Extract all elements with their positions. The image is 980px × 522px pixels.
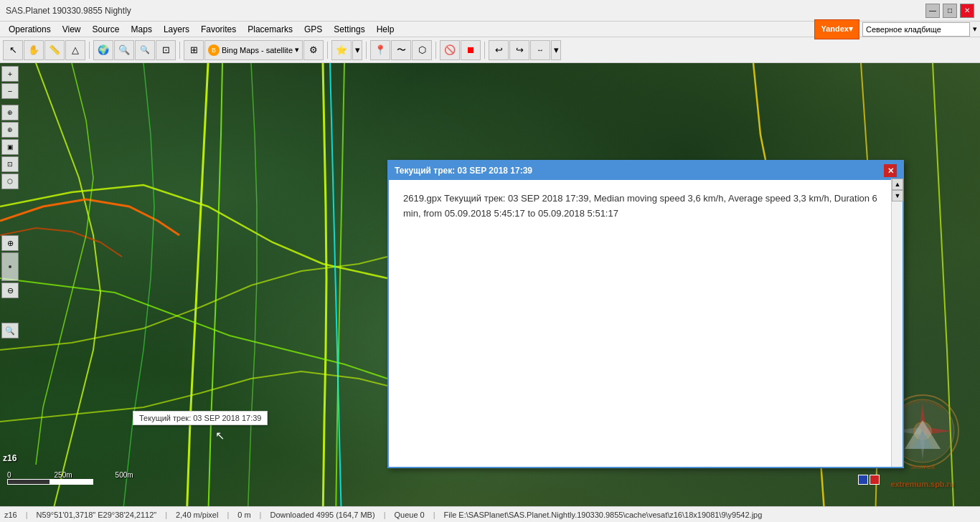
lt-zoom-in2[interactable]: ⊕ [1,235,19,251]
menu-settings[interactable]: Settings [328,23,370,36]
track-btn1[interactable]: ↩ [489,40,509,60]
sep3 [327,42,328,59]
swatch-blue [858,475,868,485]
status-file: File E:\SASPlanet\SAS.Planet.Nightly.190… [444,511,763,519]
track-popup-close-button[interactable]: ✕ [884,164,897,177]
zoom-in-btn[interactable]: 🔍 [135,40,155,60]
route-btn[interactable]: 〜 [391,40,411,60]
zoom-window-btn[interactable]: ⊡ [156,40,176,60]
status-bar: z16 | N59°51'01,3718" E29°38'24,2112" | … [0,506,980,522]
download-cancel-btn[interactable]: 🚫 [440,40,460,60]
track-info-popup: Текущий трек: 03 SEP 2018 17:39 ✕ 2619.g… [387,160,904,468]
track-popup-body: 2619.gpx Текущий трек: 03 SEP 2018 17:39… [389,180,903,467]
menu-gps[interactable]: GPS [298,23,328,36]
placemark-btn[interactable]: 📍 [370,40,390,60]
placemark-tools: 📍 〜 ⬡ [370,40,432,60]
bookmark-arrow[interactable]: ▾ [352,40,362,60]
nav-tools: ↖ ✋ 📏 △ [3,40,85,60]
watermark-text: extremum.spb.ru [880,480,966,488]
map-source-arrow: ▾ [295,45,299,54]
scale-seg-1 [7,479,50,485]
track-popup-scrollbar[interactable]: ▲ ▼ [891,179,903,467]
pan-tool[interactable]: ✋ [24,40,44,60]
view-tools: 🌍 🔍 🔍 ⊡ [93,40,176,60]
left-toolbar: + − ⊕ ⊕ ▣ ⊡ ⬡ ⊕ ⊖ 🔍 [0,63,20,341]
track-btn2[interactable]: ↪ [509,40,529,60]
app-title: SAS.Planet 190330.9855 Nightly [6,6,131,16]
menu-maps[interactable]: Maps [126,23,158,36]
minimize-button[interactable]: — [925,4,940,18]
layers-btn[interactable]: ⊞ [184,40,204,60]
lt-btn2[interactable]: ⊕ [1,122,19,138]
main-toolbar: ↖ ✋ 📏 △ 🌍 🔍 🔍 ⊡ ⊞ B Bing Maps - satellit… [0,37,980,63]
lt-zoom-out[interactable]: − [1,83,19,99]
lt-btn4[interactable]: ⊡ [1,156,19,172]
scale-line [7,479,93,485]
menu-help[interactable]: Help [371,23,400,36]
track-popup-content: 2619.gpx Текущий трек: 03 SEP 2018 17:39… [403,191,888,222]
map-tooltip: Текущий трек: 03 SEP 2018 17:39 [133,411,268,425]
menu-operations[interactable]: Operations [3,23,57,36]
status-coordinates: N59°51'01,3718" E29°38'24,2112" [37,511,157,519]
area-btn[interactable]: ⬡ [412,40,432,60]
sep1 [89,42,90,59]
download-tools: 🚫 ⏹ [440,40,481,60]
layer-tools: ⊞ B Bing Maps - satellite ▾ ⚙ [184,40,324,60]
status-distance: 0 m [237,511,250,519]
status-zoom: z16 [4,511,17,519]
track-tools: ↩ ↪ ↔ ▾ [489,40,561,60]
maximize-button[interactable]: □ [943,4,957,18]
swatch-red [870,475,880,485]
track-btn3[interactable]: ↔ [530,40,550,60]
scroll-down-button[interactable]: ▼ [892,190,903,201]
track-popup-title: Текущий трек: 03 SEP 2018 17:39 [395,166,532,176]
scroll-up-button[interactable]: ▲ [892,179,903,190]
lt-rotate[interactable]: 🔍 [1,323,19,338]
cursor-indicator: ↖ [215,429,225,442]
bookmark-tools: ⭐ ▾ [331,40,362,60]
download-stop-btn[interactable]: ⏹ [461,40,481,60]
menu-view[interactable]: View [57,23,87,36]
close-button[interactable]: ✕ [960,4,974,18]
sep2 [179,42,180,59]
sep5 [435,42,436,59]
scale-seg-2 [50,479,93,485]
measure-tool[interactable]: △ [65,40,85,60]
lt-zoom-out2[interactable]: ⊖ [1,283,19,298]
lt-btn5[interactable]: ⬡ [1,174,19,189]
status-queue: Queue 0 [394,511,424,519]
scale-labels: 0 250m 500m [7,471,133,479]
sep4 [366,42,367,59]
scale-bar: 0 250m 500m [7,471,133,485]
menu-source[interactable]: Source [87,23,126,36]
lt-zoom-in[interactable]: + [1,66,19,82]
ruler-tool[interactable]: 📏 [44,40,65,60]
menu-favorites[interactable]: Favorites [195,23,242,36]
svg-text:ЭКСТРЕМ: ЭКСТРЕМ [910,465,935,470]
yandex-dropdown-arrow[interactable]: ▾ [973,24,977,34]
track-popup-header: Текущий трек: 03 SEP 2018 17:39 ✕ [389,161,903,180]
map-source-dropdown[interactable]: B Bing Maps - satellite ▾ [204,40,303,60]
window-controls: — □ ✕ [925,4,974,18]
globe-btn[interactable]: 🌍 [93,40,113,60]
yandex-search-input[interactable] [862,22,970,37]
map-tooltip-text: Текущий трек: 03 SEP 2018 17:39 [139,414,261,422]
bookmark-btn[interactable]: ⭐ [331,40,352,60]
lt-btn1[interactable]: ⊕ [1,105,19,120]
title-bar: SAS.Planet 190330.9855 Nightly — □ ✕ [0,0,980,22]
menu-bar: Operations View Source Maps Layers Favor… [0,22,980,37]
track-arrow[interactable]: ▾ [551,40,561,60]
sep6 [484,42,485,59]
yandex-button[interactable]: Yandex▾ [814,19,859,39]
status-downloaded: Downloaded 4995 (164,7 MB) [270,511,374,519]
map-settings-btn[interactable]: ⚙ [303,40,324,60]
lt-btn3[interactable]: ▣ [1,139,19,155]
map-source-label: Bing Maps - satellite [222,46,293,54]
map-area[interactable]: + − ⊕ ⊕ ▣ ⊡ ⬡ ⊕ ⊖ 🔍 z16 0 250m 500m Теку… [0,63,980,506]
status-scale: 2,40 m/pixel [176,511,218,519]
zoom-level-indicator: z16 [3,453,17,463]
zoom-area-btn[interactable]: 🔍 [114,40,134,60]
menu-placemarks[interactable]: Placemarks [242,23,298,36]
menu-layers[interactable]: Layers [158,23,195,36]
select-tool[interactable]: ↖ [3,40,23,60]
